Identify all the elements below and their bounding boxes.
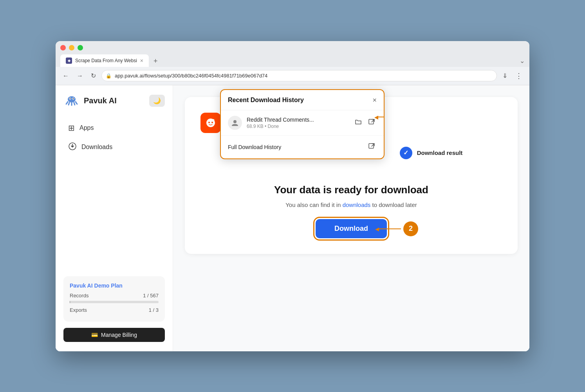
popup-item-name: Reddit Thread Comments... xyxy=(247,117,348,123)
open-folder-button[interactable] xyxy=(353,117,363,129)
plan-exports-row: Exports 1 / 3 xyxy=(70,307,159,313)
downloads-link[interactable]: downloads xyxy=(343,201,371,208)
tab-bar-chevron: ⌄ xyxy=(520,57,525,67)
svg-point-0 xyxy=(68,96,76,102)
sidebar-item-apps[interactable]: ⊞ Apps xyxy=(63,119,165,137)
records-label: Records xyxy=(70,293,88,298)
sidebar-logo: Pavuk AI 🌙 xyxy=(63,95,165,107)
step-3: ✓ Download result xyxy=(400,147,463,159)
popup-close-button[interactable]: × xyxy=(372,96,377,104)
pavuk-logo-icon xyxy=(63,95,80,106)
svg-point-10 xyxy=(213,119,215,121)
sidebar-item-downloads[interactable]: Downloads xyxy=(63,138,165,156)
exports-label: Exports xyxy=(70,307,87,313)
refresh-button[interactable]: ↻ xyxy=(88,70,98,81)
tab-close-button[interactable]: × xyxy=(140,58,143,64)
ready-title: Your data is ready for download xyxy=(200,184,502,196)
item-size: 68.9 KB xyxy=(247,124,264,129)
app-logo xyxy=(200,113,221,133)
item-status: Done xyxy=(268,124,279,129)
step-3-check: ✓ xyxy=(400,147,412,159)
apps-icon: ⊞ xyxy=(68,123,75,133)
address-bar[interactable]: 🔒 app.pavuk.ai/flows/setup/300/b80bc246f… xyxy=(101,70,497,81)
plan-records-row: Records 1 / 567 xyxy=(70,293,159,298)
annotation-2-circle: 2 xyxy=(403,221,418,236)
svg-point-9 xyxy=(211,122,213,123)
back-button[interactable]: ← xyxy=(60,71,71,81)
minimize-traffic-light[interactable] xyxy=(69,45,74,50)
step-3-label: Download result xyxy=(417,149,463,157)
annotation-2: ◀ 2 xyxy=(377,221,418,236)
browser-toolbar: ← → ↻ 🔒 app.pavuk.ai/flows/setup/300/b80… xyxy=(56,67,529,85)
forward-button[interactable]: → xyxy=(74,71,85,81)
plan-title: Pavuk AI Demo Plan xyxy=(70,282,159,289)
downloads-icon xyxy=(68,142,77,153)
popup-title: Recent Download History xyxy=(228,97,304,104)
maximize-traffic-light[interactable] xyxy=(78,45,83,50)
sidebar-bottom: Pavuk AI Demo Plan Records 1 / 567 Expor… xyxy=(63,276,165,342)
svg-rect-12 xyxy=(369,119,374,124)
sidebar-item-downloads-label: Downloads xyxy=(81,144,112,151)
dark-mode-toggle[interactable]: 🌙 xyxy=(149,95,165,107)
full-history-row[interactable]: Full Download History xyxy=(221,136,384,158)
popup-header: Recent Download History × xyxy=(221,90,384,110)
ready-subtitle: You also can find it in downloads to dow… xyxy=(200,201,502,208)
full-history-external-button[interactable] xyxy=(367,141,377,153)
browser-menu-button[interactable]: ⋮ xyxy=(513,70,525,82)
svg-point-3 xyxy=(70,98,70,99)
lock-icon: 🔒 xyxy=(106,73,112,79)
sidebar-item-apps-label: Apps xyxy=(79,124,94,131)
popup-item-meta: 68.9 KB • Done xyxy=(247,124,348,129)
annotation-1: ◀ 1 xyxy=(377,110,385,124)
page-content: Pavuk AI 🌙 ⊞ Apps Downloads xyxy=(56,85,529,351)
records-progress-bar xyxy=(70,301,159,303)
address-text: app.pavuk.ai/flows/setup/300/b80bc246f04… xyxy=(115,73,491,79)
new-tab-button[interactable]: + xyxy=(150,56,161,67)
tab-bar: ◈ Scrape Data From Any Websi × + ⌄ xyxy=(60,54,525,67)
svg-point-8 xyxy=(208,122,210,123)
ready-sub-suffix: to download later xyxy=(370,201,417,208)
billing-label: Manage Billing xyxy=(101,332,137,338)
popup-download-item: Reddit Thread Comments... 68.9 KB • Done xyxy=(221,110,384,136)
sidebar: Pavuk AI 🌙 ⊞ Apps Downloads xyxy=(56,85,173,351)
svg-point-11 xyxy=(233,120,237,123)
records-value: 1 / 567 xyxy=(143,293,159,298)
download-history-popup: Recent Download History × Reddit Thread … xyxy=(220,89,385,159)
popup-item-info: Reddit Thread Comments... 68.9 KB • Done xyxy=(247,117,348,129)
item-separator: • xyxy=(265,124,268,129)
logo-text: Pavuk AI xyxy=(84,96,117,105)
user-avatar-icon xyxy=(228,116,242,130)
ready-section: Your data is ready for download You also… xyxy=(200,176,502,238)
tab-title: Scrape Data From Any Websi xyxy=(75,58,137,63)
svg-point-4 xyxy=(73,98,74,99)
browser-chrome: ◈ Scrape Data From Any Websi × + ⌄ xyxy=(56,41,529,67)
svg-rect-13 xyxy=(369,144,374,148)
popup-item-actions xyxy=(353,117,377,129)
main-content: App Export Complete Extract all Reddit c… xyxy=(173,85,529,351)
close-traffic-light[interactable] xyxy=(60,45,66,50)
exports-value: 1 / 3 xyxy=(149,307,159,313)
billing-icon: 💳 xyxy=(91,332,98,338)
plan-card: Pavuk AI Demo Plan Records 1 / 567 Expor… xyxy=(63,276,165,322)
traffic-lights xyxy=(60,45,525,50)
active-tab[interactable]: ◈ Scrape Data From Any Websi × xyxy=(60,54,149,67)
manage-billing-button[interactable]: 💳 Manage Billing xyxy=(63,328,165,342)
browser-download-button[interactable]: ⇓ xyxy=(500,70,510,81)
ready-sub-prefix: You also can find it in xyxy=(285,201,342,208)
full-history-label: Full Download History xyxy=(228,144,281,150)
tab-favicon: ◈ xyxy=(66,58,72,64)
browser-window: ◈ Scrape Data From Any Websi × + ⌄ ← → ↻… xyxy=(56,41,529,351)
